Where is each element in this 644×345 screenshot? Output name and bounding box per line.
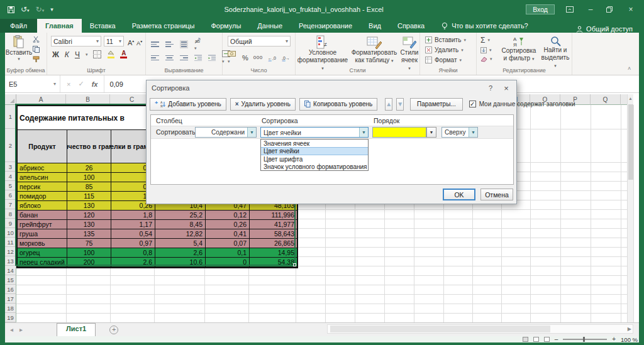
table-cell[interactable]: персик [18,182,67,192]
table-cell[interactable]: 14,95 [250,248,297,258]
align-right-icon[interactable] [180,55,188,61]
conditional-formatting-button[interactable]: ≠ Условное форматирование ▾ [298,35,347,72]
page-layout-view-icon[interactable] [533,337,539,342]
collapse-ribbon-icon[interactable]: ˄ [628,65,631,72]
table-cell[interactable]: 111,996 [250,211,297,220]
table-cell[interactable]: яблоко [18,201,67,211]
font-size-combo[interactable]: 11▾ [104,36,124,47]
vertical-scroll-thumb[interactable] [628,104,633,180]
row-header[interactable]: 11 [5,238,16,247]
tab-разметка-страницы[interactable]: Разметка страницы [124,19,203,33]
row-header[interactable]: 19 [5,313,16,322]
find-select-button[interactable]: Найти и выделить ▾ [540,36,571,69]
tab-вид[interactable]: Вид [360,19,389,33]
table-header-cell[interactable]: Количество в граммах [67,130,111,163]
next-sheet-icon[interactable]: ▸ [19,326,23,333]
format-cells-button[interactable]: Формат▾ [425,57,466,63]
copy-level-button[interactable]: Копировать уровень [299,98,377,111]
zoom-out-icon[interactable]: – [555,337,558,342]
tab-данные[interactable]: Данные [249,19,291,33]
table-cell[interactable]: 0,54 [111,229,155,239]
table-cell[interactable]: абрикос [18,163,67,173]
share-button[interactable]: Общий доступ [576,25,644,33]
table-cell[interactable]: 8,45 [155,220,206,229]
new-sheet-button[interactable]: + [109,326,118,334]
align-center-icon[interactable] [165,55,174,61]
table-cell[interactable]: 26 [67,163,111,173]
tab-справка[interactable]: Справка [389,19,433,33]
row-header[interactable]: 18 [5,304,16,313]
table-cell[interactable]: апельсин [18,173,67,182]
sort-by-column-combo[interactable]: Содержани ▼ [195,127,257,138]
format-as-table-button[interactable]: Форматировать как таблицу ▾ [350,35,399,64]
row-header[interactable]: 15 [5,275,16,285]
table-cell[interactable]: 0 [206,258,250,267]
insert-function-icon[interactable]: fx [92,80,98,88]
table-cell[interactable]: 26,865 [250,239,297,248]
grow-font-icon[interactable]: A▴ [128,37,134,47]
horizontal-scroll-thumb[interactable] [330,326,550,332]
column-header[interactable]: Q [591,94,621,105]
table-cell[interactable]: 25,2 [155,211,206,220]
normal-view-icon[interactable] [523,337,528,342]
order-color-dropdown-button[interactable]: ▼ [426,127,436,138]
paste-button[interactable]: Вставить ▾ [8,35,30,62]
table-cell[interactable]: 100 [67,248,111,258]
row-header[interactable]: 1 [5,105,16,129]
tab-формулы[interactable]: Формулы [203,19,249,33]
underline-button[interactable]: Ч [75,51,80,58]
dialog-close-icon[interactable]: × [501,84,511,93]
table-cell[interactable]: 2,6 [111,258,155,267]
row-header[interactable]: 17 [5,294,16,304]
table-cell[interactable]: 0,97 [111,239,155,248]
ok-button[interactable]: OK [443,189,475,200]
order-position-combo[interactable]: Сверху ▼ [441,127,478,138]
save-icon[interactable] [8,6,14,13]
scroll-right-icon[interactable]: ▶ [628,326,631,332]
cell-styles-button[interactable]: Стили ячеек ▾ [400,35,419,72]
align-left-icon[interactable] [151,55,159,61]
table-cell[interactable]: 41,977 [250,220,297,229]
dropdown-option[interactable]: Значения ячеек [261,140,368,147]
table-cell[interactable]: 0,12 [206,211,250,220]
row-header[interactable]: 9 [5,219,16,228]
zoom-slider-handle[interactable] [583,337,585,342]
format-painter-icon[interactable] [33,56,40,63]
percent-icon[interactable]: % [242,54,248,62]
scroll-up-icon[interactable]: ▲ [628,94,633,103]
dialog-help-icon[interactable]: ? [489,84,492,92]
table-cell[interactable]: груша [18,229,67,239]
options-button[interactable]: Параметры... [410,98,463,111]
tell-me-box[interactable]: Что вы хотите сделать? [433,19,537,33]
table-cell[interactable]: 0,1 [206,248,250,258]
prev-sheet-icon[interactable]: ◂ [10,326,13,333]
table-cell[interactable]: огурец [18,248,67,258]
dropdown-option[interactable]: Цвет шрифта [261,155,368,163]
column-header[interactable]: B [66,94,110,105]
row-header[interactable]: 12 [5,247,16,256]
tab-вставка[interactable]: Вставка [82,19,124,33]
table-cell[interactable]: 85 [67,182,111,192]
tab-главная[interactable]: Главная [37,19,82,33]
increase-decimal-icon[interactable]: ←,0.00 [268,55,277,62]
table-cell[interactable]: 2,6 [155,248,206,258]
restore-icon[interactable] [606,6,615,13]
redo-icon[interactable]: ↻▾ [36,6,45,13]
decrease-indent-icon[interactable] [194,55,202,61]
cut-icon[interactable] [33,36,40,43]
align-top-icon[interactable] [151,41,159,47]
table-cell[interactable]: грейпфрут [18,220,67,229]
cancel-button[interactable]: Отмена [480,189,513,200]
sheet-tab-list1[interactable]: Лист1 [57,323,96,336]
fill-button[interactable]: ▾ [480,47,492,53]
table-cell[interactable]: помидор [18,192,67,201]
move-level-up-button[interactable]: ▲ [385,98,392,111]
enter-entry-icon[interactable]: ✓ [78,80,84,88]
decrease-decimal-icon[interactable]: ,0→.00 [282,55,291,62]
row-header[interactable]: 3 [5,162,16,172]
table-cell[interactable]: 135 [67,229,111,239]
table-header-cell[interactable]: Продукт [18,130,67,163]
row-header[interactable]: 6 [5,190,16,200]
order-color-swatch[interactable] [372,127,426,138]
fill-color-icon[interactable] [107,50,114,58]
